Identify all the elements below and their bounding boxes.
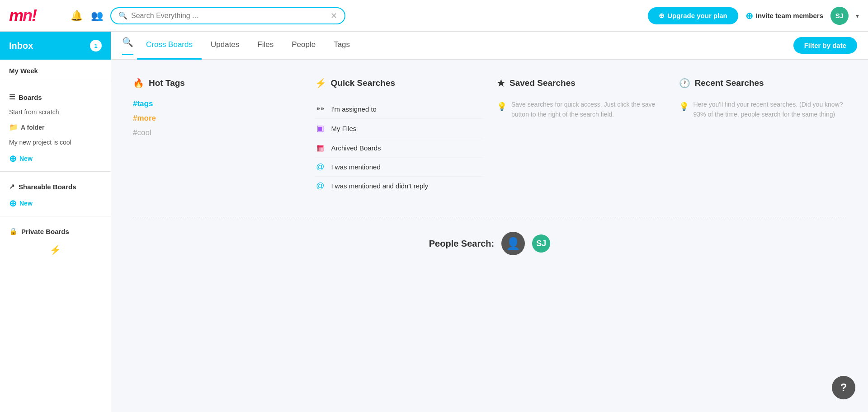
section-divider xyxy=(133,217,846,217)
qs-assigned[interactable]: ⁍⁍ I'm assigned to xyxy=(315,99,483,119)
invite-icon: ⊕ xyxy=(745,10,753,21)
topbar: mn! 🔔 👥 🔍 ✕ ⊕ Upgrade your plan ⊕ Invite… xyxy=(0,0,868,32)
divider-3 xyxy=(0,216,111,216)
file-icon: ▣ xyxy=(315,123,326,133)
saved-searches-hint-text: Save searches for quick access. Just cli… xyxy=(511,99,665,120)
saved-searches-title: Saved Searches xyxy=(509,78,576,88)
notifications-icon[interactable]: 🔔 xyxy=(71,10,83,22)
filter-by-date-button[interactable]: Filter by date xyxy=(793,37,857,54)
invite-label: Invite team members xyxy=(756,12,823,19)
search-columns: 🔥 Hot Tags #tags #more #cool ⚡ Quick Sea… xyxy=(133,78,846,195)
saved-searches-header: ★ Saved Searches xyxy=(497,78,665,89)
tag-item-more[interactable]: #more xyxy=(133,114,301,123)
saved-searches-column: ★ Saved Searches 💡 Save searches for qui… xyxy=(497,78,665,195)
recent-searches-column: 🕐 Recent Searches 💡 Here you'll find you… xyxy=(679,78,847,195)
tab-cross-boards[interactable]: Cross Boards xyxy=(137,32,202,60)
shareable-boards-section: ↗ Shareable Boards xyxy=(0,175,111,194)
boards-label: ☰ Boards xyxy=(9,93,102,101)
tab-updates[interactable]: Updates xyxy=(202,32,248,60)
star-icon: ★ xyxy=(497,78,505,89)
people-icon[interactable]: 👥 xyxy=(91,10,103,22)
invite-button[interactable]: ⊕ Invite team members xyxy=(745,10,823,21)
avatar[interactable]: SJ xyxy=(830,7,849,25)
topbar-right: ⊕ Upgrade your plan ⊕ Invite team member… xyxy=(648,7,859,25)
mention-no-reply-icon: @ xyxy=(315,181,326,191)
shareable-new-button[interactable]: ⊕ New xyxy=(0,194,111,212)
people-search-section: People Search: 👤 SJ xyxy=(133,232,846,255)
flash-icon: ⚡ xyxy=(0,239,111,261)
upgrade-button[interactable]: ⊕ Upgrade your plan xyxy=(648,7,738,24)
bulb-icon-recent: 💡 xyxy=(679,100,689,113)
avatar-caret-icon[interactable]: ▾ xyxy=(856,12,859,19)
tab-people[interactable]: People xyxy=(283,32,325,60)
tab-search-icon: 🔍 xyxy=(122,37,133,55)
tag-item-cool[interactable]: #cool xyxy=(133,128,301,137)
clock-icon: 🕐 xyxy=(679,78,690,89)
mention-icon: @ xyxy=(315,162,326,172)
recent-searches-hint-text: Here you'll find your recent searches. (… xyxy=(693,99,847,120)
main-layout: Inbox 1 My Week ☰ Boards Start from scra… xyxy=(0,32,868,412)
qs-my-files[interactable]: ▣ My Files xyxy=(315,119,483,138)
qs-archived-boards[interactable]: ▦ Archived Boards xyxy=(315,138,483,158)
boards-section: ☰ Boards xyxy=(0,86,111,105)
help-icon: ? xyxy=(840,381,847,394)
project-label: My new project is cool xyxy=(9,139,71,146)
share-icon: ↗ xyxy=(9,183,15,191)
folder-icon: 📁 xyxy=(9,123,18,131)
recent-searches-title: Recent Searches xyxy=(695,78,764,88)
upgrade-icon: ⊕ xyxy=(659,12,665,20)
shareable-boards-label: ↗ Shareable Boards xyxy=(9,183,102,191)
hot-tags-title: Hot Tags xyxy=(149,78,185,88)
fire-icon: 🔥 xyxy=(133,78,144,89)
quick-searches-column: ⚡ Quick Searches ⁍⁍ I'm assigned to ▣ My… xyxy=(315,78,483,195)
search-icon: 🔍 xyxy=(118,11,127,20)
recent-searches-hint: 💡 Here you'll find your recent searches.… xyxy=(679,99,847,120)
recent-searches-header: 🕐 Recent Searches xyxy=(679,78,847,89)
qs-mentioned-no-reply-label: I was mentioned and didn't reply xyxy=(331,182,429,190)
saved-searches-hint: 💡 Save searches for quick access. Just c… xyxy=(497,99,665,120)
tab-tags[interactable]: Tags xyxy=(325,32,359,60)
folder-label: A folder xyxy=(21,124,44,131)
divider-2 xyxy=(0,171,111,172)
divider-1 xyxy=(0,82,111,82)
quick-searches-title: Quick Searches xyxy=(331,78,396,88)
topbar-icons: 🔔 👥 xyxy=(71,10,103,22)
boards-menu-icon: ☰ xyxy=(9,93,15,101)
tag-item-tags[interactable]: #tags xyxy=(133,99,301,108)
private-boards-section: 🔒 Private Boards xyxy=(0,220,111,239)
inbox-label: Inbox xyxy=(9,41,33,51)
shareable-new-label: New xyxy=(19,200,33,207)
lightning-icon: ⚡ xyxy=(315,78,326,89)
search-content: 🔥 Hot Tags #tags #more #cool ⚡ Quick Sea… xyxy=(111,60,868,412)
qs-mentioned-no-reply[interactable]: @ I was mentioned and didn't reply xyxy=(315,177,483,195)
clear-search-icon[interactable]: ✕ xyxy=(330,11,337,21)
boards-new-icon: ⊕ xyxy=(9,153,17,164)
qs-assigned-label: I'm assigned to xyxy=(331,105,377,113)
people-avatar-sj[interactable]: SJ xyxy=(532,234,550,253)
sidebar-inbox[interactable]: Inbox 1 xyxy=(0,32,111,60)
hot-tags-column: 🔥 Hot Tags #tags #more #cool xyxy=(133,78,301,195)
qs-mentioned-label: I was mentioned xyxy=(331,163,381,171)
tab-files[interactable]: Files xyxy=(248,32,283,60)
archive-icon: ▦ xyxy=(315,143,326,153)
lock-icon: 🔒 xyxy=(9,227,18,235)
qs-my-files-label: My Files xyxy=(331,125,357,132)
folder-item[interactable]: 📁 A folder xyxy=(0,119,111,135)
people-avatar-generic[interactable]: 👤 xyxy=(501,232,525,255)
hot-tags-header: 🔥 Hot Tags xyxy=(133,78,301,89)
shareable-new-icon: ⊕ xyxy=(9,198,17,209)
search-input[interactable] xyxy=(131,12,327,20)
bulb-icon-saved: 💡 xyxy=(497,100,507,113)
help-button[interactable]: ? xyxy=(832,376,855,399)
start-from-scratch-label: Start from scratch xyxy=(9,108,59,116)
sidebar: Inbox 1 My Week ☰ Boards Start from scra… xyxy=(0,32,111,412)
logo-text: mn! xyxy=(9,6,36,25)
my-week-section: My Week xyxy=(0,60,111,78)
start-from-scratch-item[interactable]: Start from scratch xyxy=(0,105,111,119)
qs-mentioned[interactable]: @ I was mentioned xyxy=(315,158,483,177)
boards-new-button[interactable]: ⊕ New xyxy=(0,150,111,168)
private-boards-label: 🔒 Private Boards xyxy=(9,227,102,235)
boards-new-label: New xyxy=(19,155,33,162)
project-item[interactable]: My new project is cool xyxy=(0,135,111,150)
quick-searches-header: ⚡ Quick Searches xyxy=(315,78,483,89)
